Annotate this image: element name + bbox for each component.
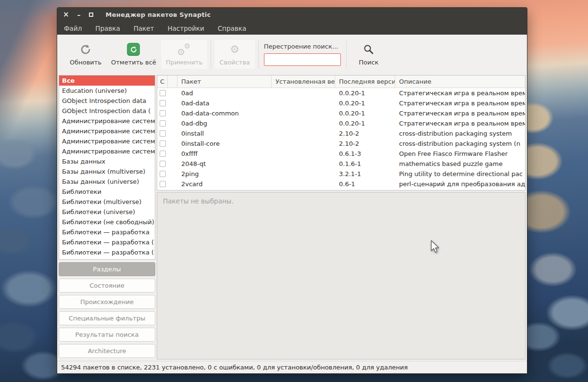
category-item[interactable]: GObject Introspection data [59,96,155,106]
package-table: С Пакет Установленная ве Последняя верси… [157,75,525,191]
toolbar-separator [258,40,259,68]
category-item[interactable]: Библиотеки (multiverse) [59,197,155,207]
table-row[interactable]: 2vcard 0.6-1 perl-сценарий для преобразо… [157,179,525,189]
installed-version [272,159,335,169]
header-description[interactable]: Описание [395,76,525,88]
row-checkbox[interactable] [160,130,166,137]
minimize-icon[interactable]: – [77,12,81,18]
row-checkbox[interactable] [160,120,166,127]
package-description: Стратегическая игра в реальном врем [395,108,525,118]
header-package[interactable]: Пакет [177,76,272,88]
table-row[interactable]: 2048-qt 0.1.6-1 mathematics based puzzle… [157,159,525,169]
category-item[interactable]: Администрирование систем [59,116,155,126]
table-row[interactable]: 0ad 0.0.20-1 Стратегическая игра в реаль… [157,88,525,98]
row-checkbox[interactable] [160,171,166,177]
refresh-label: Обновить [70,59,101,66]
category-item[interactable]: Библиотеки (universe) [59,207,155,217]
installed-version [272,169,335,179]
refresh-button[interactable]: Обновить [65,40,106,69]
header-latest-version[interactable]: Последняя верси [335,76,395,88]
header-installed-version[interactable]: Установленная ве [272,76,335,88]
category-item[interactable]: Библиотеки — разработка ( [59,247,155,257]
category-item[interactable]: Библиотеки — разработка ( [59,237,155,247]
properties-label: Свойства [219,59,250,66]
statusbar-text: 54294 пакетов в списке, 2231 установлено… [61,364,408,371]
installed-version [272,88,335,98]
table-row[interactable]: 0ad-dbg 0.0.20-1 Стратегическая игра в р… [157,118,525,128]
package-description: Ping utility to determine directional pa… [395,169,525,179]
close-icon[interactable]: × [63,11,69,18]
category-item[interactable]: Все [59,76,155,86]
row-checkbox[interactable] [160,181,166,187]
menu-help[interactable]: Справка [211,23,253,34]
menu-file[interactable]: Файл [63,23,88,34]
category-item[interactable]: GObject Introspection data ( [59,106,155,116]
statusbar: 54294 пакетов в списке, 2231 установлено… [57,361,527,373]
package-description: Стратегическая игра в реальном врем [395,88,525,98]
mark-all-icon [127,43,140,56]
latest-version: 0.0.20-1 [335,118,395,128]
menu-settings[interactable]: Настройки [161,23,211,34]
filter-search-results-button[interactable]: Результаты поиска [59,328,155,342]
category-item[interactable]: Библиотеки [59,187,155,197]
category-item[interactable]: Администрирование систем [59,126,155,136]
latest-version: 2.10-2 [335,139,395,149]
category-item[interactable]: Базы данных [59,156,155,166]
package-description: cross-distribution packaging system (n [395,139,525,149]
row-status-icon [168,169,177,179]
package-name: 0install-core [177,139,272,149]
menu-edit[interactable]: Правка [88,23,126,34]
package-name: 2ping [177,169,272,179]
table-header: С Пакет Установленная ве Последняя верси… [157,76,525,88]
installed-version [272,149,335,159]
filter-sections-button[interactable]: Разделы [59,262,155,276]
table-row[interactable]: 0ad-data-common 0.0.20-1 Стратегическая … [157,108,525,118]
table-row[interactable]: 0xffff 0.6.1-3 Open Free Fiasco Firmware… [157,149,525,159]
mark-all-button[interactable]: Отметить всё [106,40,161,69]
latest-version: 3.2.1-1 [335,169,395,179]
search-icon [363,43,375,56]
header-status[interactable]: С [157,76,168,88]
package-name: 0xffff [177,149,272,159]
category-item[interactable]: Education (universe) [59,86,155,96]
window-controls: × – [63,11,93,18]
filter-origin-button[interactable]: Происхождение [59,295,155,309]
quick-search-input[interactable] [264,53,341,66]
row-checkbox[interactable] [160,140,166,147]
properties-button: ⚙ Свойства [214,40,255,69]
filter-custom-button[interactable]: Специальные фильтры [59,311,155,325]
category-item[interactable]: Администрирование систем [59,146,155,156]
category-item[interactable]: Администрирование систем [59,136,155,146]
row-checkbox[interactable] [160,100,166,106]
row-status-icon [168,128,177,139]
main-panel: С Пакет Установленная ве Последняя верси… [157,75,525,359]
package-name: 0install [177,128,272,139]
toolbar-separator [346,40,347,68]
window-title: Менеджер пакетов Synaptic [106,11,211,18]
header-status-icon[interactable] [168,76,177,88]
row-checkbox[interactable] [160,90,166,96]
quick-search-label: Перестроение поиск... [264,43,341,50]
table-row[interactable]: 0ad-data 0.0.20-1 Стратегическая игра в … [157,98,525,108]
package-name: 2048-qt [177,159,272,169]
package-description: cross-distribution packaging system [395,128,525,139]
menu-package[interactable]: Пакет [127,23,161,34]
row-status-icon [168,98,177,108]
category-item[interactable]: Базы данных (multiverse) [59,166,155,177]
quick-search-group: Перестроение поиск... [264,43,341,66]
maximize-icon[interactable] [89,13,93,17]
row-checkbox[interactable] [160,161,166,167]
table-row[interactable]: 2ping 3.2.1-1 Ping utility to determine … [157,169,525,179]
row-checkbox[interactable] [160,151,166,157]
table-row[interactable]: 0install-core 2.10-2 cross-distribution … [157,139,525,149]
menubar: Файл Правка Пакет Настройки Справка [57,22,527,35]
row-checkbox[interactable] [160,110,166,116]
search-button[interactable]: Поиск [350,40,388,69]
filter-architecture-button[interactable]: Architecture [59,344,155,358]
package-name: 2vcard [177,179,272,189]
table-row[interactable]: 0install 2.10-2 cross-distribution packa… [157,128,525,139]
category-item[interactable]: Библиотеки — разработка [59,227,155,237]
category-item[interactable]: Базы данных (universe) [59,177,155,187]
filter-status-button[interactable]: Состояние [59,279,155,293]
category-item[interactable]: Библиотеки (не свободный) [59,217,155,227]
